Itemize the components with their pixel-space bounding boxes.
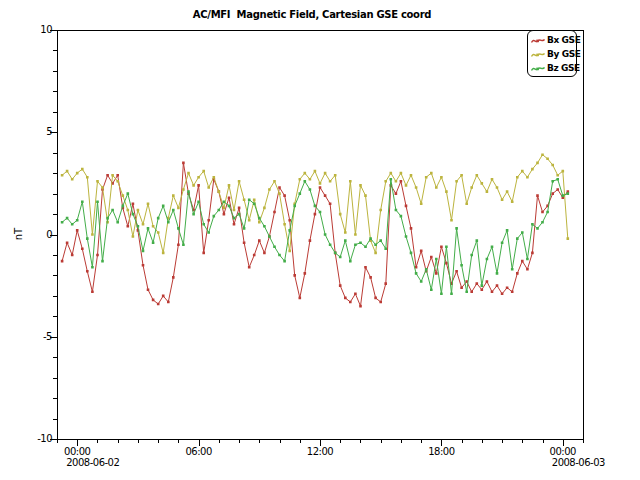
- y-tick-labels: 1050-5-10: [0, 0, 52, 480]
- y-tick-label: 0: [46, 229, 52, 240]
- legend-row-by: By GSE: [531, 48, 574, 61]
- legend: Bx GSE By GSE Bz GSE: [527, 30, 577, 77]
- x-tick-label: 00:00: [533, 446, 593, 457]
- legend-label-bx: Bx GSE: [547, 35, 580, 45]
- by-line-sample-icon: [531, 50, 545, 59]
- magnetic-field-chart: AC/MFI Magnetic Field, Cartesian GSE coo…: [0, 0, 640, 480]
- y-tick-label: 10: [40, 24, 52, 35]
- x-tick-label: 12:00: [290, 446, 350, 457]
- y-tick-label: 5: [46, 126, 52, 137]
- x-tick-label: 00:00: [47, 446, 107, 457]
- series-markers-bz-gse: [61, 178, 569, 295]
- plot-border: [58, 31, 584, 440]
- series-markers-bx-gse: [61, 162, 569, 308]
- bz-line-sample-icon: [531, 64, 545, 73]
- series-line-bz-gse: [62, 179, 568, 293]
- series-line-by-gse: [62, 155, 568, 253]
- x-date-label: 2008-06-02: [66, 457, 119, 468]
- legend-label-bz: Bz GSE: [547, 63, 580, 73]
- legend-row-bz: Bz GSE: [531, 62, 574, 75]
- y-tick-label: -10: [37, 433, 52, 444]
- series-line-bx-gse: [62, 163, 568, 306]
- series-markers-by-gse: [61, 153, 569, 254]
- x-date-labels: 2008-06-022008-06-03: [0, 457, 640, 469]
- x-tick-label: 18:00: [411, 446, 471, 457]
- legend-row-bx: Bx GSE: [531, 34, 574, 47]
- bx-line-sample-icon: [531, 36, 545, 45]
- legend-label-by: By GSE: [547, 49, 580, 59]
- x-date-label: 2008-06-03: [552, 457, 605, 468]
- y-tick-label: -5: [43, 331, 52, 342]
- x-tick-label: 06:00: [169, 446, 229, 457]
